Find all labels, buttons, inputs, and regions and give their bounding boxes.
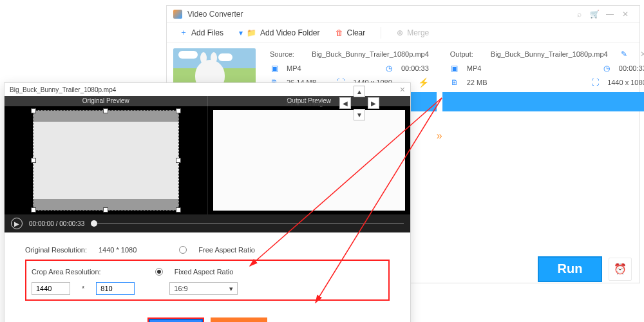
trash-icon: 🗑 — [336, 28, 343, 37]
source-filename: Big_Buck_Bunny_Trailer_1080p.mp4 — [312, 50, 429, 58]
nudge-down-button[interactable]: ▼ — [354, 109, 365, 120]
add-folder-button[interactable]: ▾📁Add Video Folder — [239, 28, 320, 37]
merge-button[interactable]: ⊕Merge — [397, 28, 429, 37]
nudge-up-button[interactable]: ▲ — [354, 86, 365, 97]
dialog-title: Big_Buck_Bunny_Trailer_1080p.mp4 — [10, 86, 116, 93]
original-preview[interactable] — [5, 106, 208, 214]
no-button[interactable]: No — [211, 317, 267, 322]
free-ratio-label: Free Aspect Ratio — [198, 246, 254, 254]
toolbar: ＋Add Files ▾📁Add Video Folder 🗑Clear ⊕Me… — [167, 23, 639, 43]
app-title: Video Converter — [187, 10, 243, 19]
format-icon: ▣ — [270, 64, 279, 73]
orig-res-label: Original Resolution: — [25, 246, 87, 254]
merge-icon: ⊕ — [397, 28, 403, 37]
app-logo-icon — [173, 10, 182, 19]
orig-res-value: 1440 * 1080 — [99, 246, 137, 254]
original-preview-header: Original Preview — [5, 96, 208, 106]
arrow-divider-icon: » — [437, 43, 442, 229]
play-button[interactable]: ▶ — [11, 218, 23, 229]
size-icon: ⛶ — [591, 78, 600, 87]
crop-height-input[interactable] — [96, 282, 135, 295]
output-filename: Big_Buck_Bunny_Trailer_1080p.mp4 — [491, 50, 608, 58]
free-ratio-radio[interactable] — [179, 246, 187, 254]
chevron-down-icon: ▾ — [239, 28, 243, 37]
crop-width-input[interactable] — [32, 282, 70, 295]
dialog-close-button[interactable]: × — [400, 84, 405, 95]
minimize-icon[interactable]: — — [602, 10, 618, 19]
rename-button[interactable]: ✎ — [621, 50, 627, 59]
clear-button[interactable]: 🗑Clear — [336, 28, 366, 37]
folder-icon: 📁 — [247, 28, 256, 37]
seek-slider[interactable] — [91, 223, 404, 224]
clock-icon: ◷ — [602, 64, 611, 73]
crop-res-label: Crop Area Resolution: — [32, 268, 101, 276]
titlebar: Video Converter ⌕ 🛒 — ✕ — [167, 6, 639, 23]
ok-button[interactable]: Ok — [147, 317, 204, 322]
file-icon: 🗎 — [450, 78, 459, 87]
time-display: 00:00:00 / 00:00:33 — [29, 220, 84, 227]
format-icon: ▣ — [450, 64, 459, 73]
key-icon[interactable]: ⌕ — [571, 10, 587, 19]
alarm-button[interactable]: ⏰ — [609, 258, 632, 281]
remove-button[interactable]: ✕ — [640, 50, 644, 59]
output-panel: Output: Big_Buck_Bunny_Trailer_1080p.mp4… — [442, 43, 644, 229]
close-icon[interactable]: ✕ — [618, 10, 633, 19]
run-button[interactable]: Run — [538, 256, 602, 282]
fine-tune-label: Fine Tuning: — [286, 99, 325, 107]
ratio-select[interactable]: 16:9▾ — [169, 282, 238, 295]
fixed-ratio-radio[interactable] — [155, 268, 163, 276]
add-files-button[interactable]: ＋Add Files — [180, 27, 223, 38]
output-preview — [208, 106, 411, 214]
cart-icon[interactable]: 🛒 — [587, 10, 602, 19]
crop-dialog: Big_Buck_Bunny_Trailer_1080p.mp4 × Origi… — [4, 82, 411, 322]
nudge-left-button[interactable]: ◀ — [339, 97, 351, 109]
crop-marquee[interactable] — [33, 110, 179, 211]
clock-icon: ◷ — [384, 64, 393, 73]
fixed-ratio-label: Fixed Aspect Ratio — [175, 268, 234, 276]
bolt-icon: ⚡ — [418, 77, 429, 88]
nudge-right-button[interactable]: ▶ — [368, 97, 379, 109]
plus-icon: ＋ — [180, 27, 187, 38]
